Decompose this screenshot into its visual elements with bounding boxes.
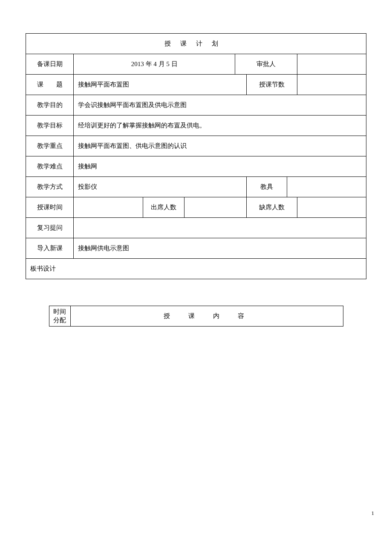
label-goal: 教学目标 [26, 116, 74, 136]
row-purpose: 教学目的 学会识接触网平面布置图及供电示意图 [26, 95, 366, 116]
value-method: 投影仪 [74, 177, 246, 197]
label-purpose: 教学目的 [26, 95, 74, 116]
value-purpose: 学会识接触网平面布置图及供电示意图 [74, 95, 366, 116]
row-focus: 教学重点 接触网平面布置图、供电示意图的认识 [26, 136, 366, 156]
title-row: 授课计划 [26, 34, 366, 54]
label-approver: 审批人 [235, 54, 297, 75]
label-time: 授课时间 [26, 197, 74, 218]
label-difficulty: 教学难点 [26, 156, 74, 177]
label-aid: 教具 [246, 177, 287, 197]
value-focus: 接触网平面布置图、供电示意图的认识 [74, 136, 366, 156]
value-difficulty: 接触网 [74, 156, 366, 177]
row-intro: 导入新课 接触网供电示意图 [26, 238, 366, 259]
row-difficulty: 教学难点 接触网 [26, 156, 366, 177]
label-present: 出席人数 [143, 197, 184, 218]
label-content-title: 授 课 内 容 [70, 306, 343, 327]
label-time-alloc: 时间 分配 [49, 306, 70, 327]
label-focus: 教学重点 [26, 136, 74, 156]
value-time [74, 197, 143, 218]
content-table: 时间 分配 授 课 内 容 [49, 306, 343, 327]
label-prep-date: 备课日期 [26, 54, 74, 75]
lesson-plan-table: 授课计划 备课日期 2013 年 4 月 5 日 审批人 课 题 接触网平面布置… [26, 33, 366, 279]
row-subject: 课 题 接触网平面布置图 授课节数 [26, 75, 366, 95]
row-prep-date: 备课日期 2013 年 4 月 5 日 审批人 [26, 54, 366, 75]
value-review [74, 218, 366, 238]
value-goal: 经培训更好的了解掌握接触网的布置及供电。 [74, 116, 366, 136]
row-time: 授课时间 出席人数 缺席人数 [26, 197, 366, 218]
label-periods: 授课节数 [246, 75, 297, 95]
label-absent: 缺席人数 [246, 197, 297, 218]
value-board: 板书设计 [26, 259, 366, 279]
row-board: 板书设计 [26, 259, 366, 279]
value-prep-date: 2013 年 4 月 5 日 [74, 54, 235, 75]
plan-title: 授课计划 [26, 34, 366, 54]
page-number: 1 [372, 510, 375, 517]
value-present [184, 197, 246, 218]
label-method: 教学方式 [26, 177, 74, 197]
label-subject: 课 题 [26, 75, 74, 95]
label-board: 板书设计 [30, 265, 56, 272]
value-approver [297, 54, 366, 75]
row-review: 复习提问 [26, 218, 366, 238]
label-review: 复习提问 [26, 218, 74, 238]
value-absent [297, 197, 366, 218]
content-header-row: 时间 分配 授 课 内 容 [49, 306, 343, 327]
row-goal: 教学目标 经培训更好的了解掌握接触网的布置及供电。 [26, 116, 366, 136]
row-method: 教学方式 投影仪 教具 [26, 177, 366, 197]
value-intro: 接触网供电示意图 [74, 238, 366, 259]
value-periods [297, 75, 366, 95]
value-subject: 接触网平面布置图 [74, 75, 246, 95]
label-intro: 导入新课 [26, 238, 74, 259]
value-aid [287, 177, 366, 197]
